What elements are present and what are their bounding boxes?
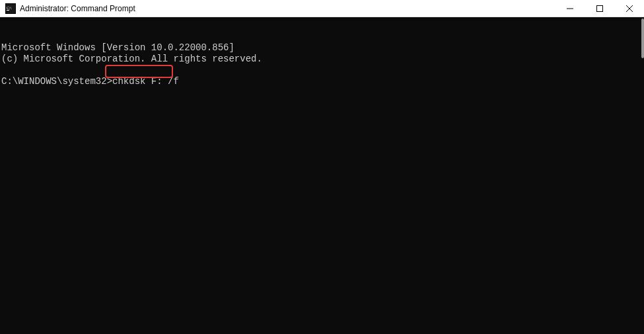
svg-rect-5: [596, 6, 602, 12]
minimize-button[interactable]: [555, 0, 585, 17]
version-line: Microsoft Windows [Version 10.0.22000.85…: [1, 42, 234, 53]
titlebar[interactable]: C:\ Administrator: Command Prompt: [0, 0, 644, 17]
copyright-line: (c) Microsoft Corporation. All rights re…: [1, 54, 262, 64]
scrollbar-track[interactable]: [640, 17, 644, 334]
command-prompt-window: C:\ Administrator: Command Prompt: [0, 0, 644, 334]
svg-rect-3: [7, 10, 9, 11]
svg-text:C:\: C:\: [7, 6, 12, 10]
close-button[interactable]: [614, 0, 644, 17]
command-input: chkdsk F: /f: [112, 76, 179, 87]
maximize-button[interactable]: [585, 0, 614, 17]
window-controls: [555, 0, 644, 17]
cmd-icon: C:\: [5, 3, 16, 14]
prompt-path: C:\WINDOWS\system32>: [1, 76, 112, 87]
scrollbar-thumb[interactable]: [641, 19, 644, 58]
terminal-area[interactable]: Microsoft Windows [Version 10.0.22000.85…: [0, 17, 644, 334]
window-title: Administrator: Command Prompt: [20, 4, 555, 13]
terminal-content: Microsoft Windows [Version 10.0.22000.85…: [1, 42, 643, 87]
